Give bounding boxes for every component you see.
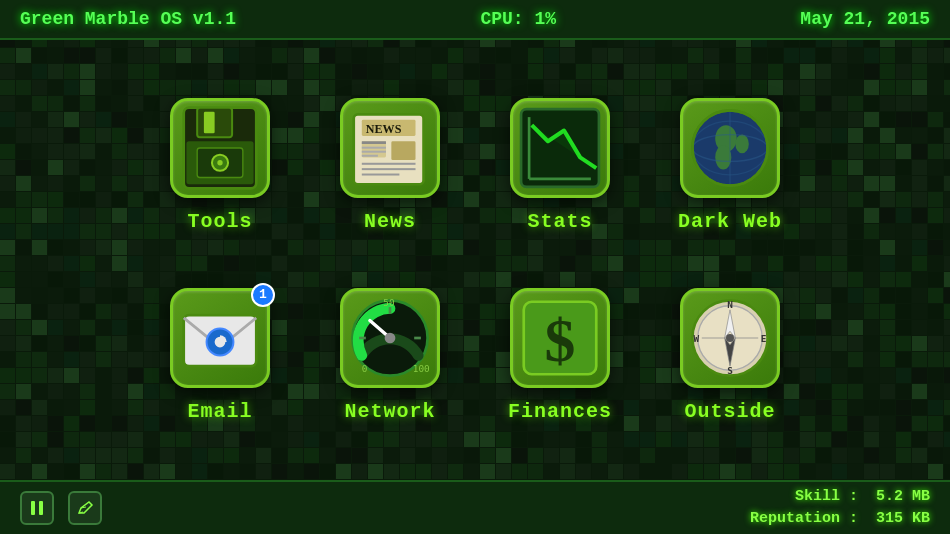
svg-text:E: E: [761, 333, 767, 344]
pause-icon: [28, 499, 46, 517]
tools-icon: [173, 101, 267, 195]
network-label: Network: [344, 400, 435, 423]
svg-text:N: N: [727, 299, 733, 310]
cpu-usage: CPU: 1%: [480, 9, 556, 29]
email-label: Email: [187, 400, 252, 423]
app-darkweb[interactable]: Dark Web: [655, 75, 805, 255]
pause-button[interactable]: [20, 491, 54, 525]
app-stats[interactable]: Stats: [485, 75, 635, 255]
darkweb-icon-box[interactable]: [680, 98, 780, 198]
svg-text:0: 0: [362, 362, 368, 373]
stats-icon-box[interactable]: [510, 98, 610, 198]
network-icon-box[interactable]: 0 50 100: [340, 288, 440, 388]
email-icon-box[interactable]: 1: [170, 288, 270, 388]
skill-stat: Skill : 5.2 MB: [750, 486, 930, 509]
svg-rect-17: [362, 168, 416, 170]
darkweb-icon: [683, 101, 777, 195]
reputation-stat: Reputation : 315 KB: [750, 508, 930, 531]
main-content: Tools NEWS: [0, 40, 950, 480]
svg-text:$: $: [545, 305, 576, 373]
svg-text:50: 50: [383, 296, 395, 307]
app-outside[interactable]: N S W E Outside: [655, 265, 805, 445]
email-icon: [173, 291, 267, 385]
app-tools[interactable]: Tools: [145, 75, 295, 255]
svg-rect-18: [362, 173, 400, 175]
svg-point-35: [385, 332, 396, 343]
svg-rect-55: [39, 501, 43, 515]
svg-point-53: [726, 333, 734, 341]
app-grid: Tools NEWS: [145, 75, 805, 445]
svg-rect-15: [391, 141, 415, 160]
svg-rect-14: [362, 154, 378, 156]
app-network[interactable]: 0 50 100 Network: [315, 265, 465, 445]
tools-icon-box[interactable]: [170, 98, 270, 198]
bottom-bar: Skill : 5.2 MB Reputation : 315 KB: [0, 480, 950, 534]
stats-icon: [513, 101, 607, 195]
svg-rect-12: [362, 146, 386, 148]
pencil-icon: [76, 499, 94, 517]
app-finances[interactable]: $ Finances: [485, 265, 635, 445]
top-bar: Green Marble OS v1.1 CPU: 1% May 21, 201…: [0, 0, 950, 40]
svg-rect-13: [362, 150, 386, 152]
svg-text:NEWS: NEWS: [366, 122, 402, 136]
app-news[interactable]: NEWS News: [315, 75, 465, 255]
edit-button[interactable]: [68, 491, 102, 525]
app-email[interactable]: 1 Email: [145, 265, 295, 445]
svg-rect-2: [204, 111, 215, 132]
outside-icon-box[interactable]: N S W E: [680, 288, 780, 388]
news-icon: NEWS: [343, 101, 437, 195]
finances-icon-box[interactable]: $: [510, 288, 610, 388]
svg-rect-11: [362, 141, 386, 144]
svg-point-25: [735, 134, 748, 153]
os-title: Green Marble OS v1.1: [20, 9, 236, 29]
outside-label: Outside: [684, 400, 775, 423]
svg-rect-54: [31, 501, 35, 515]
news-icon-box[interactable]: NEWS: [340, 98, 440, 198]
finances-icon: $: [513, 291, 607, 385]
tools-label: Tools: [187, 210, 252, 233]
email-badge: 1: [251, 283, 275, 307]
svg-rect-19: [521, 109, 599, 187]
finances-label: Finances: [508, 400, 612, 423]
svg-point-24: [715, 145, 731, 169]
svg-point-6: [217, 160, 222, 165]
bottom-stats: Skill : 5.2 MB Reputation : 315 KB: [750, 486, 930, 531]
stats-label: Stats: [527, 210, 592, 233]
bottom-left-controls: [20, 491, 102, 525]
darkweb-label: Dark Web: [678, 210, 782, 233]
news-label: News: [364, 210, 416, 233]
outside-icon: N S W E: [683, 291, 777, 385]
svg-text:W: W: [694, 333, 700, 344]
svg-rect-16: [362, 162, 416, 164]
svg-text:S: S: [727, 365, 733, 376]
current-date: May 21, 2015: [800, 9, 930, 29]
svg-text:100: 100: [413, 362, 430, 373]
network-icon: 0 50 100: [343, 291, 437, 385]
